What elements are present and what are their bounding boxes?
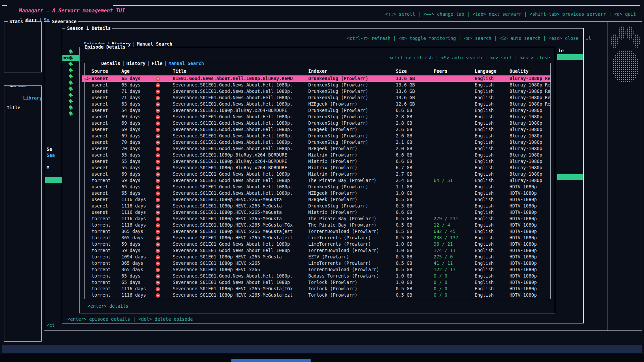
- seasons-tab-fragment[interactable]: Sea: [47, 152, 55, 159]
- release-source: usenet: [92, 120, 121, 126]
- release-title: Severance S01E01 1080p HEVC x265-MeGusta: [173, 254, 308, 260]
- release-row[interactable]: torrent 365 days Severance S01E01 1080p …: [82, 235, 550, 241]
- selection-arrow: [82, 82, 92, 88]
- release-peers: [434, 190, 475, 196]
- release-row[interactable]: usenet 65 days Severance.S01E01.Good.New…: [82, 190, 550, 196]
- release-size: 0.5 GB: [396, 266, 434, 273]
- episode-footer-keybinds: <enter> details: [88, 303, 128, 309]
- episode-row-fragment[interactable]: [62, 98, 79, 105]
- monitored-bookmark-icon: [68, 68, 73, 73]
- episode-row-fragment[interactable]: [62, 92, 79, 99]
- selection-arrow: [82, 241, 92, 247]
- release-source: usenet: [92, 82, 121, 88]
- release-row[interactable]: usenet 54 days Severance.S01E01.1080p.Bl…: [82, 107, 550, 114]
- episode-row-fragment[interactable]: =>: [62, 55, 79, 61]
- release-source: usenet: [92, 88, 121, 95]
- release-source: usenet: [92, 133, 121, 139]
- episode-row-fragment[interactable]: [62, 67, 79, 74]
- release-indexer: NZBgeek (Prowlarr): [308, 145, 396, 152]
- release-title: Severance.S01E01.1080p.HEVC.x265-MeGusta…: [173, 222, 308, 228]
- release-source: usenet: [92, 165, 121, 171]
- selection-arrow: [82, 222, 92, 228]
- release-quality: HDTV-1080p: [509, 196, 550, 203]
- release-size: 13.6 GB: [396, 88, 434, 95]
- series-library-panel: Series Library| Title: [4, 85, 42, 342]
- release-indexer: Miatrix (Prowlarr): [308, 152, 396, 158]
- release-row[interactable]: torrent 1116 days Severance.S01E01.1080p…: [82, 222, 550, 228]
- release-row[interactable]: usenet 69 days Severance.S01E01.Good.New…: [82, 126, 550, 133]
- release-source: usenet: [92, 75, 121, 82]
- release-row[interactable]: usenet 69 days Severance.S01E01.Good.New…: [82, 133, 550, 139]
- episode-row-fragment[interactable]: [62, 80, 79, 86]
- release-source: torrent: [92, 260, 121, 266]
- release-row[interactable]: usenet 65 days Severance.S01E01.Good.New…: [82, 82, 550, 88]
- tab-season-manual-search[interactable]: Manual Search: [137, 41, 172, 47]
- release-row[interactable]: usenet 1116 days Severance.S01E01.1080p.…: [82, 196, 550, 203]
- release-row[interactable]: torrent 365 days Severance S01E01 1080p …: [82, 266, 550, 273]
- episode-row-fragment[interactable]: [62, 105, 79, 111]
- release-row[interactable]: usenet 1116 days Severance.S01E01.1080p.…: [82, 209, 550, 216]
- release-size: 2.0 GB: [396, 145, 434, 152]
- release-row[interactable]: usenet 55 days Severance.S01E01.1080p.Bl…: [82, 165, 550, 171]
- release-row[interactable]: torrent 65 days Severance S01E01 Good Ne…: [82, 279, 550, 286]
- col-header-age: Age: [121, 68, 156, 74]
- release-language: English: [475, 152, 509, 158]
- release-row[interactable]: usenet 69 days Severance.S01E01.Good.New…: [82, 114, 550, 120]
- release-row[interactable]: usenet 65 days Severance.S01E01.Good.New…: [82, 184, 550, 190]
- release-quality: Bluray-1080p: [509, 145, 550, 152]
- release-language: English: [475, 171, 509, 177]
- release-title: Severance S01E01 1080p HEVC x265 MeGusta…: [173, 228, 308, 235]
- release-row[interactable]: usenet 71 days Severance.S01E01.Good.New…: [82, 95, 550, 101]
- episode-details-overlay: Episode Details Details|History|File|Man…: [79, 47, 555, 313]
- release-quality: HDTV-1080p: [509, 273, 550, 279]
- release-row[interactable]: torrent 65 days Severance.S01E01.Good.Ne…: [82, 273, 550, 279]
- release-row[interactable]: torrent 69 days Severance S01E01 Good Ne…: [82, 177, 550, 184]
- episode-row-fragment[interactable]: [62, 111, 79, 117]
- release-row[interactable]: usenet 71 days Severance.S01E01.Good.New…: [82, 88, 550, 95]
- selection-arrow: [82, 260, 92, 266]
- release-row[interactable]: torrent 59 days Severance S01E01 Good Ne…: [82, 241, 550, 247]
- release-age: 71 days: [121, 88, 156, 95]
- release-title: Severance S01E01 Good News About Hell 10…: [173, 279, 308, 286]
- tab-separator: |: [131, 41, 137, 47]
- release-row[interactable]: torrent 1116 days Severance S01E01 1080p…: [82, 292, 550, 298]
- release-peers: 682 / 45: [434, 228, 475, 235]
- episode-row-fragment[interactable]: [62, 86, 79, 92]
- release-row[interactable]: torrent 365 days Severance S01E01 1080p …: [82, 260, 550, 266]
- release-title: Severance.S01E01.Good.News.About.Hell.10…: [173, 133, 308, 139]
- release-row[interactable]: torrent 1094 days Severance S01E01 1080p…: [82, 254, 550, 260]
- release-row[interactable]: usenet 69 days Severance.S01E01.Good.New…: [82, 120, 550, 126]
- selection-arrow: [82, 171, 92, 177]
- clipped-header-fragment: le: [558, 48, 564, 54]
- release-row[interactable]: usenet 70 days Severance.S01E01.Good.New…: [82, 145, 550, 152]
- release-row[interactable]: usenet 63 days Severance.S01E01.Good.New…: [82, 101, 550, 107]
- release-row[interactable]: torrent 59 days Severance S01E01 Good Ne…: [82, 247, 550, 254]
- episode-row-fragment[interactable]: [62, 73, 79, 80]
- rejected-icon: [156, 190, 173, 196]
- release-quality: HDTV-1080p: [509, 209, 550, 216]
- release-row[interactable]: torrent 1116 days Severance S01E01 1080p…: [82, 216, 550, 222]
- release-row[interactable]: usenet 1116 days Severance.S01E01.1080p.…: [82, 203, 550, 209]
- release-indexer: Miatrix (Prowlarr): [308, 171, 396, 177]
- release-peers: 0 / 0: [434, 273, 475, 279]
- release-row[interactable]: => usenet 65 days 01E01.Good.News.About.…: [82, 75, 550, 82]
- release-row[interactable]: torrent 1116 days Severance S01E01 1080p…: [82, 286, 550, 292]
- release-title: Severance.S01E01.Good.News.About.Hell.10…: [173, 126, 308, 133]
- selection-arrow: [82, 120, 92, 126]
- release-row[interactable]: usenet 55 days Severance.S01E01.1080p.Bl…: [82, 152, 550, 158]
- selected-season-row[interactable]: =>: [45, 177, 62, 183]
- episode-row-fragment[interactable]: [62, 61, 79, 67]
- release-indexer: Miatrix (Prowlarr): [308, 209, 396, 216]
- release-quality: HDTV-1080p: [509, 222, 550, 228]
- release-indexer: Torlock (Prowlarr): [308, 279, 396, 286]
- release-title: Severance S01E01 Good News About Hell 10…: [173, 241, 308, 247]
- release-row[interactable]: torrent 365 days Severance S01E01 1080p …: [82, 228, 550, 235]
- release-row[interactable]: usenet 55 days Severance.S01E01.1080p.Bl…: [82, 158, 550, 165]
- release-peers: 41 / 11: [434, 260, 475, 266]
- tab-library[interactable]: Library: [23, 95, 42, 101]
- release-row[interactable]: usenet 69 days Severance S01E01 Good New…: [82, 171, 550, 177]
- release-source: usenet: [92, 152, 121, 158]
- release-row[interactable]: usenet 70 days Severance.S01E01.Good.New…: [82, 139, 550, 145]
- selection-arrow: [82, 266, 92, 273]
- episode-row-fragment[interactable]: [62, 49, 79, 55]
